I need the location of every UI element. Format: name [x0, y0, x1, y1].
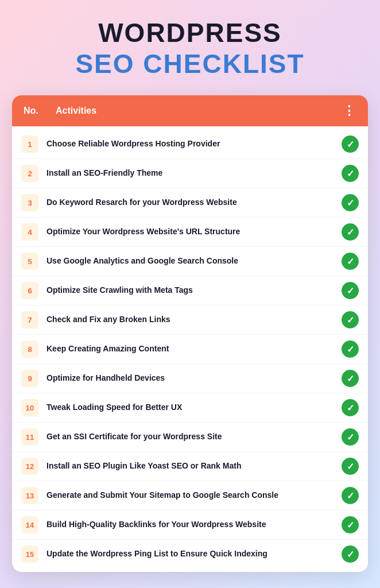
row-number: 6 — [21, 282, 38, 299]
table-row: 7Check and Fix any Broken Links — [12, 305, 368, 335]
check-icon — [342, 223, 359, 241]
table-row: 13Generate and Submit Your Sitemap to Go… — [12, 481, 368, 510]
table-row: 8Keep Creating Amazing Content — [12, 335, 368, 364]
row-activity-text: Tweak Loading Speed for Better UX — [46, 402, 334, 413]
row-number: 10 — [21, 399, 38, 416]
check-icon — [342, 546, 359, 563]
row-activity-text: Install an SEO Plugin Like Yoast SEO or … — [46, 461, 334, 472]
checklist-card: No. Activities ⋮ 1Choose Reliable Wordpr… — [12, 95, 368, 572]
title-line2: SEO CHECKLIST — [12, 48, 368, 79]
table-row: 1Choose Reliable Wordpress Hosting Provi… — [12, 130, 368, 159]
table-row: 15Update the Wordpress Ping List to Ensu… — [12, 540, 368, 568]
check-icon — [342, 282, 359, 299]
row-number: 5 — [21, 253, 38, 270]
row-activity-text: Optimize Your Wordpress Website's URL St… — [46, 226, 334, 238]
check-icon — [342, 399, 359, 416]
row-activity-text: Install an SEO-Friendly Theme — [46, 168, 334, 179]
table-row: 6Optimize Site Crawling with Meta Tags — [12, 276, 368, 305]
row-number: 4 — [21, 223, 38, 241]
check-icon — [342, 194, 359, 211]
row-number: 9 — [21, 370, 38, 387]
row-number: 3 — [21, 194, 38, 211]
check-icon — [342, 311, 359, 328]
row-number: 7 — [21, 311, 38, 328]
row-number: 2 — [21, 165, 38, 182]
table-row: 5Use Google Analytics and Google Search … — [12, 247, 368, 276]
page-container: WORDPRESS SEO CHECKLIST No. Activities ⋮… — [12, 17, 368, 572]
check-icon — [342, 165, 359, 182]
table-row: 2Install an SEO-Friendly Theme — [12, 159, 368, 188]
row-activity-text: Optimize Site Crawling with Meta Tags — [46, 285, 334, 296]
row-activity-text: Use Google Analytics and Google Search C… — [46, 256, 334, 267]
row-activity-text: Optimize for Handheld Devices — [46, 373, 334, 384]
check-icon — [342, 370, 359, 387]
row-activity-text: Keep Creating Amazing Content — [46, 343, 334, 355]
table-row: 14Build High-Quality Backlinks for Your … — [12, 510, 368, 540]
row-activity-text: Get an SSI Certificate for your Wordpres… — [46, 431, 334, 443]
row-number: 14 — [21, 516, 38, 533]
header-no-label: No. — [24, 106, 42, 116]
row-activity-text: Build High-Quality Backlinks for Your Wo… — [46, 519, 334, 531]
check-icon — [342, 487, 359, 504]
checklist-body: 1Choose Reliable Wordpress Hosting Provi… — [12, 126, 368, 572]
check-icon — [342, 341, 359, 358]
check-icon — [342, 428, 359, 446]
row-number: 15 — [21, 546, 38, 563]
table-row: 9Optimize for Handheld Devices — [12, 364, 368, 393]
checklist-header: No. Activities ⋮ — [12, 95, 368, 126]
row-activity-text: Do Keyword Resarch for your Wordpress We… — [46, 197, 334, 208]
title-section: WORDPRESS SEO CHECKLIST — [12, 17, 368, 79]
table-row: 11Get an SSI Certificate for your Wordpr… — [12, 423, 368, 452]
row-number: 13 — [21, 487, 38, 504]
table-row: 4Optimize Your Wordpress Website's URL S… — [12, 218, 368, 247]
row-activity-text: Check and Fix any Broken Links — [46, 314, 334, 326]
table-row: 10Tweak Loading Speed for Better UX — [12, 393, 368, 423]
row-number: 8 — [21, 341, 38, 358]
row-number: 11 — [21, 428, 38, 446]
row-activity-text: Generate and Submit Your Sitemap to Goog… — [46, 490, 334, 501]
row-activity-text: Update the Wordpress Ping List to Ensure… — [46, 548, 334, 560]
row-activity-text: Choose Reliable Wordpress Hosting Provid… — [46, 138, 334, 150]
check-icon — [342, 458, 359, 475]
table-row: 3Do Keyword Resarch for your Wordpress W… — [12, 188, 368, 218]
header-dots-icon[interactable]: ⋮ — [343, 103, 356, 118]
header-activities-label: Activities — [56, 106, 329, 116]
check-icon — [342, 516, 359, 533]
row-number: 12 — [21, 458, 38, 475]
table-row: 12Install an SEO Plugin Like Yoast SEO o… — [12, 452, 368, 481]
title-line1: WORDPRESS — [12, 17, 368, 48]
check-icon — [342, 253, 359, 270]
row-number: 1 — [21, 136, 38, 153]
check-icon — [342, 136, 359, 153]
